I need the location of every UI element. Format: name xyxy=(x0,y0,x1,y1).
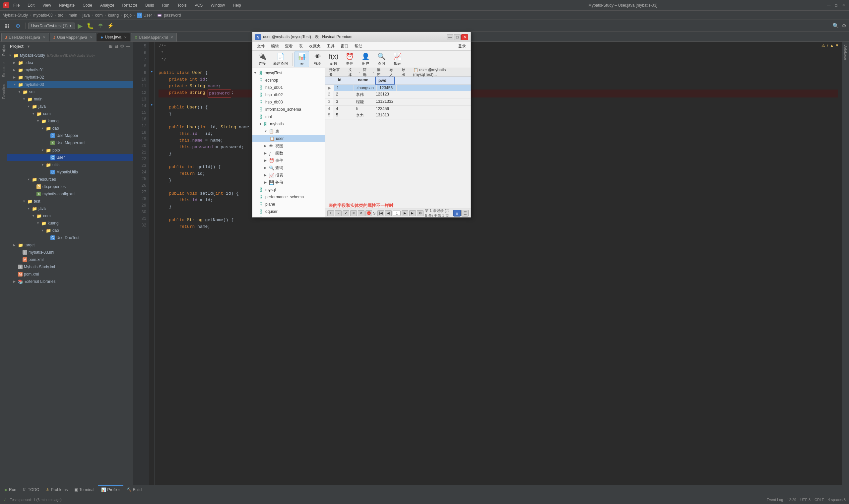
tree-item-src[interactable]: ▼ 📁 src xyxy=(7,88,133,95)
cell-name-5[interactable]: 李力 xyxy=(353,112,373,119)
tab-close-userdaotest[interactable]: ✕ xyxy=(43,35,46,39)
nav-btn-user[interactable]: 👤 用户 xyxy=(358,51,373,67)
tab-usermapper-xml[interactable]: X UserMapper.xml ✕ xyxy=(131,33,177,41)
nav-tree-user-table[interactable]: 📋 user xyxy=(252,135,325,142)
cell-pwd-3[interactable]: 13121332 xyxy=(373,98,396,105)
cell-name-3[interactable]: 程能 xyxy=(353,98,373,105)
tree-item-userdaotest[interactable]: C UserDaoTest xyxy=(7,234,133,241)
tree-item-java-test[interactable]: ▼ 📁 java xyxy=(7,205,133,212)
tree-settings-btn[interactable]: ⚙ xyxy=(120,44,124,49)
breadcrumb-item-8[interactable]: pojo xyxy=(124,13,132,18)
nav-tree-infschema[interactable]: 🗄 information_schema xyxy=(252,106,325,113)
tree-item-mybatis03[interactable]: ▼ 📁 mybatis-03 xyxy=(7,81,133,88)
line-ending-display[interactable]: CRLF xyxy=(814,498,824,502)
run-button[interactable]: ▶ xyxy=(76,22,84,30)
database-panel-label[interactable]: Database xyxy=(844,44,848,60)
nav-menu-help[interactable]: 帮助 xyxy=(352,43,365,50)
tab-todo[interactable]: ☑ TODO xyxy=(20,485,42,494)
cell-id-4[interactable]: 4 xyxy=(333,106,353,112)
nav-pager-x[interactable]: ✕ xyxy=(350,210,357,216)
tree-item-iml[interactable]: I mybatis-03.iml xyxy=(7,249,133,256)
tree-item-resources[interactable]: ▼ 📁 resources xyxy=(7,176,133,183)
tree-item-usermapper[interactable]: J UserMapper xyxy=(7,132,133,139)
nav-pager-add[interactable]: + xyxy=(327,210,334,216)
cell-id-2[interactable]: 2 xyxy=(333,91,353,98)
settings-btn[interactable]: ⚙ xyxy=(842,22,846,29)
breadcrumb-item-4[interactable]: main xyxy=(69,13,77,18)
nav-row-2[interactable]: 2 2 李伟 123123 xyxy=(325,91,471,98)
nav-btn-function[interactable]: f(x) 函数 xyxy=(326,51,341,67)
nav-tree-hspdb01[interactable]: 🗄 hsp_db01 xyxy=(252,84,325,91)
tree-item-idea[interactable]: ▶ 📁 .idea xyxy=(7,59,133,66)
nav-tree-mysqltest[interactable]: ▼ 🗄 mysqlTest xyxy=(252,69,325,77)
maximize-btn[interactable]: □ xyxy=(834,3,838,7)
panel-project[interactable]: Project xyxy=(2,44,6,56)
encoding-display[interactable]: UTF-8 xyxy=(800,498,811,502)
panel-structure[interactable]: Structure xyxy=(2,62,6,77)
nav-menu-file[interactable]: 文件 xyxy=(254,43,268,50)
tree-dropdown-icon[interactable]: ▼ xyxy=(27,44,31,49)
breakpoint-9[interactable]: ● xyxy=(149,68,154,75)
nav-tree-tables[interactable]: ▼ 📋 表 xyxy=(252,128,325,135)
nav-tree-queries[interactable]: ▶ 🔍 查询 xyxy=(252,164,325,172)
breadcrumb-item-10[interactable]: password xyxy=(164,13,181,18)
project-structure-btn[interactable] xyxy=(3,21,12,30)
nav-form-view[interactable]: ☰ xyxy=(461,210,469,217)
menu-file[interactable]: File xyxy=(12,2,21,8)
tree-item-mybatis01[interactable]: ▶ 📁 mybatis-01 xyxy=(7,66,133,74)
tab-terminal[interactable]: ▣ Terminal xyxy=(71,485,97,494)
breadcrumb-item-7[interactable]: kuang xyxy=(108,13,119,18)
warning-arrow-down[interactable]: ▼ xyxy=(835,43,839,48)
tab-close-user[interactable]: ✕ xyxy=(124,35,127,39)
nav-pager-last[interactable]: ▶| xyxy=(409,210,416,216)
nav-menu-tools[interactable]: 工具 xyxy=(324,43,337,50)
nav-menu-view[interactable]: 查看 xyxy=(282,43,295,50)
menu-edit[interactable]: Edit xyxy=(26,2,36,8)
tab-close-usermapper-xml[interactable]: ✕ xyxy=(170,35,173,39)
tree-item-root-pom[interactable]: M pom.xml xyxy=(7,271,133,278)
nav-tree-plane[interactable]: 🗄 plane xyxy=(252,201,325,208)
menu-vcs[interactable]: VCS xyxy=(193,2,204,8)
menu-analyze[interactable]: Analyze xyxy=(99,2,116,8)
event-log-btn[interactable]: Event Log xyxy=(767,498,783,502)
tree-minimize-btn[interactable]: — xyxy=(126,44,130,49)
nav-tree-ecshop[interactable]: 🗄 ecshop xyxy=(252,77,325,84)
nav-tree-hspdb03[interactable]: 🗄 hsp_db03 xyxy=(252,98,325,106)
nav-tree-mhl[interactable]: 🗄 mhl xyxy=(252,113,325,120)
tab-run[interactable]: ▶ Run xyxy=(1,485,20,494)
cell-id-3[interactable]: 3 xyxy=(333,98,353,105)
tree-item-com-test[interactable]: ▼ 📁 com xyxy=(7,212,133,219)
nav-tree-shopdb[interactable]: 🗄 shop_db xyxy=(252,215,325,217)
menu-navigate[interactable]: Navigate xyxy=(58,2,76,8)
nav-pager-tick[interactable]: ✓ xyxy=(343,210,349,216)
tree-item-user[interactable]: C User xyxy=(7,154,133,161)
nav-pager-stop[interactable]: ⛔ xyxy=(365,210,372,216)
nav-pager-settings[interactable]: ⚙ xyxy=(417,210,423,216)
nav-tree-funcs[interactable]: ▶ ƒ 函数 xyxy=(252,149,325,157)
tree-item-pojo[interactable]: ▼ 📁 pojo xyxy=(7,147,133,154)
vcs-update-btn[interactable] xyxy=(13,21,22,30)
tree-item-target[interactable]: ▶ 📁 target xyxy=(7,241,133,249)
cell-name-4[interactable]: li xyxy=(353,106,373,112)
nav-btn-connect[interactable]: 🔌 连接 xyxy=(255,51,270,67)
nav-tree-backup[interactable]: ▶ 💾 备份 xyxy=(252,179,325,186)
tab-problems[interactable]: ⚠ Problems xyxy=(42,485,71,494)
nav-pager-next[interactable]: ▶ xyxy=(402,210,408,216)
breadcrumb-item-6[interactable]: com xyxy=(95,13,103,18)
nav-row-3[interactable]: 3 3 程能 13121332 xyxy=(325,98,471,106)
breadcrumb-item-1[interactable]: Mybatis-Study xyxy=(3,13,28,18)
menu-build[interactable]: Build xyxy=(144,2,156,8)
nav-row-5[interactable]: 5 5 李力 131313 xyxy=(325,112,471,119)
nav-tree-mysql[interactable]: 🗄 mysql xyxy=(252,186,325,193)
tree-item-ext-lib[interactable]: ▶ 📚 External Libraries xyxy=(7,278,133,285)
cell-id-5[interactable]: 5 xyxy=(333,112,353,119)
navicat-maximize[interactable]: □ xyxy=(454,34,460,40)
nav-menu-favorites[interactable]: 收藏夹 xyxy=(306,43,323,50)
coverage-button[interactable]: ☂ xyxy=(96,22,105,30)
warning-arrow-up[interactable]: ▲ xyxy=(830,43,834,48)
nav-menu-window[interactable]: 窗口 xyxy=(338,43,351,50)
nav-login-btn[interactable]: 登录 xyxy=(455,43,469,50)
nav-btn-view[interactable]: 👁 视图 xyxy=(310,51,325,67)
breakpoint-14[interactable]: ● xyxy=(149,102,154,108)
nav-grid-view[interactable]: ⊞ xyxy=(453,210,460,217)
